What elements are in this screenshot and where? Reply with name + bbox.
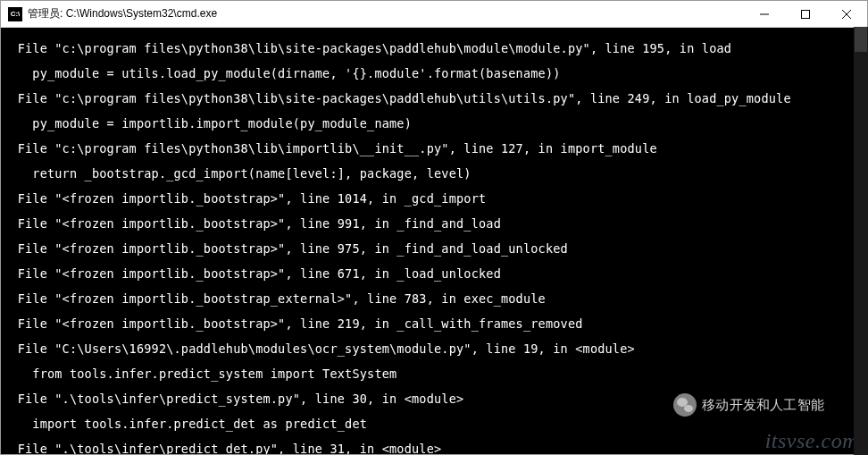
svg-rect-1	[802, 10, 810, 18]
traceback-line: File "<frozen importlib._bootstrap>", li…	[3, 192, 867, 205]
traceback-line: import tools.infer.predict_det as predic…	[3, 417, 867, 430]
traceback-line: File "c:\program files\python38\lib\impo…	[3, 142, 867, 155]
vertical-scrollbar[interactable]	[854, 27, 868, 455]
maximize-button[interactable]	[785, 1, 826, 27]
traceback-line: File "<frozen importlib._bootstrap>", li…	[3, 217, 867, 230]
traceback-line: py_module = utils.load_py_module(dirname…	[3, 67, 867, 80]
wechat-overlay: 移动开发和人工智能	[673, 393, 824, 417]
traceback-line: File "C:\Users\16992\.paddlehub\modules\…	[3, 342, 867, 355]
titlebar[interactable]: C:\ 管理员: C:\Windows\System32\cmd.exe	[1, 1, 867, 28]
cmd-icon: C:\	[8, 7, 22, 21]
traceback-line: File "c:\program files\python38\lib\site…	[3, 92, 867, 105]
minimize-button[interactable]	[744, 1, 785, 27]
window-controls	[744, 1, 867, 27]
traceback-line: File "<frozen importlib._bootstrap>", li…	[3, 242, 867, 255]
cmd-window: C:\ 管理员: C:\Windows\System32\cmd.exe Fil…	[0, 0, 868, 455]
window-title: 管理员: C:\Windows\System32\cmd.exe	[28, 6, 744, 21]
wechat-icon	[673, 393, 697, 417]
traceback-line: from tools.infer.predict_system import T…	[3, 367, 867, 380]
scrollbar-thumb[interactable]	[855, 27, 867, 52]
watermark: itsvse.com	[765, 434, 858, 447]
traceback-line: return _bootstrap._gcd_import(name[level…	[3, 167, 867, 180]
close-button[interactable]	[826, 1, 867, 27]
traceback-line: File "<frozen importlib._bootstrap_exter…	[3, 292, 867, 305]
traceback-line: File ".\tools\infer\predict_det.py", lin…	[3, 442, 867, 454]
wechat-text: 移动开发和人工智能	[702, 399, 824, 411]
traceback-line: File "c:\program files\python38\lib\site…	[3, 42, 867, 55]
traceback-line: File "<frozen importlib._bootstrap>", li…	[3, 267, 867, 280]
traceback-line: File "<frozen importlib._bootstrap>", li…	[3, 317, 867, 330]
terminal-output[interactable]: File "c:\program files\python38\lib\site…	[1, 28, 867, 454]
traceback-line: py_module = importlib.import_module(py_m…	[3, 117, 867, 130]
